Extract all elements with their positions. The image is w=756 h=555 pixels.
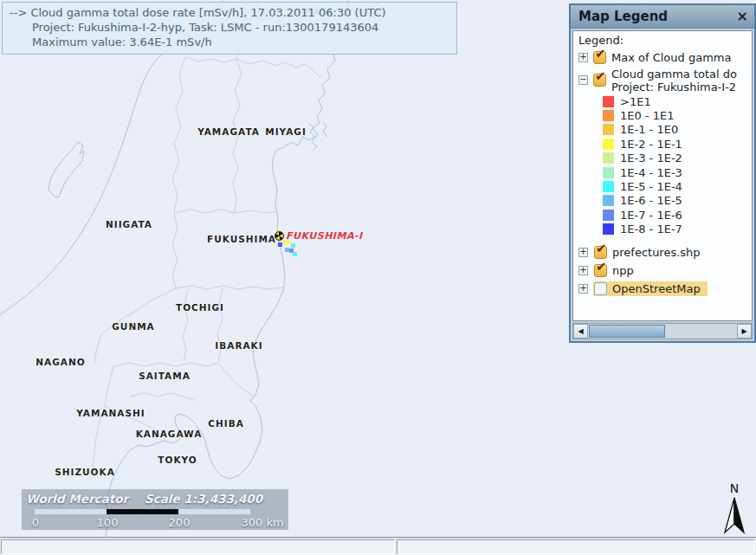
pref-label-fukushima: FUKUSHIMA [207, 234, 276, 244]
legend-color-swatch [603, 167, 614, 178]
layer-select-area: OpenStreetMap [593, 281, 708, 296]
projection-label: World Mercator [26, 492, 128, 506]
expand-icon[interactable]: + [578, 53, 588, 62]
layer-checkbox[interactable]: ✔ [593, 74, 606, 87]
legend-class-label: 1E-3 - 1E-2 [620, 152, 682, 165]
scale-ratio-label: Scale 1:3,433,400 [145, 492, 262, 506]
info-line-maximum: Maximum value: 3.64E-1 mSv/h [10, 35, 449, 49]
plume-cell [278, 242, 282, 247]
layer-sublabel: Project: Fukushima-I-2 [611, 81, 737, 94]
scale-bar-segment [107, 509, 178, 514]
pref-label-tokyo: TOKYO [158, 455, 197, 465]
compass-arrow-icon [720, 495, 748, 535]
info-line-project: Project: Fukushima-I-2-hyp, Task: LSMC -… [10, 20, 449, 35]
layer-label: OpenStreetMap [612, 282, 701, 295]
pref-label-shizuoka: SHIZUOKA [55, 467, 115, 477]
legend-color-swatch [603, 139, 614, 150]
npp-radiation-icon[interactable] [275, 231, 284, 241]
scrollbar-track[interactable] [588, 324, 737, 339]
scale-bar [35, 509, 250, 514]
layer-row-openstreetmap[interactable]: + OpenStreetMap [577, 281, 752, 298]
checkmark-icon: ✔ [596, 259, 607, 274]
layer-checkbox[interactable]: ✔ [593, 51, 606, 64]
pref-label-niigata: NIIGATA [106, 219, 152, 229]
status-panel-right [397, 539, 755, 554]
legend-class-row: 1E-3 - 1E-2 [577, 152, 752, 165]
layer-row-npp[interactable]: + ✔ npp [577, 262, 752, 280]
layer-select-area: ✔ npp [593, 263, 641, 278]
north-label: N [720, 481, 748, 495]
info-line-title: --> Cloud gamma total dose rate [mSv/h],… [10, 5, 449, 20]
collapse-icon[interactable]: − [578, 75, 588, 85]
scrollbar-thumb[interactable] [589, 325, 665, 338]
scale-overlay: World Mercator Scale 1:3,433,400 0 100 2… [22, 489, 288, 530]
north-arrow: N [720, 481, 748, 535]
layer-label-block: Cloud gamma total do Project: Fukushima-… [611, 68, 737, 94]
expand-icon[interactable]: + [578, 248, 588, 257]
legend-layer-list: Legend: + ✔ Max of Cloud gamma − ✔ Cloud… [572, 30, 753, 321]
legend-class-label: 1E-1 - 1E0 [620, 123, 678, 136]
pref-label-miyagi: MIYAGI [265, 126, 307, 137]
status-bar [0, 537, 756, 555]
result-info-box: --> Cloud gamma total dose rate [mSv/h],… [2, 2, 457, 55]
expand-icon[interactable]: + [578, 284, 588, 294]
legend-color-swatch [603, 124, 614, 135]
plume-cell [293, 252, 297, 256]
layer-checkbox[interactable] [594, 282, 607, 295]
layer-checkbox[interactable]: ✔ [594, 264, 607, 277]
legend-title: Map Legend [578, 9, 737, 24]
legend-class-label: >1E1 [620, 95, 651, 108]
map-legend-panel: Map Legend × Legend: + ✔ Max of Cloud ga… [569, 3, 756, 343]
legend-class-row: 1E-4 - 1E-3 [577, 165, 752, 179]
legend-class-label: 1E0 - 1E1 [620, 109, 674, 122]
legend-titlebar[interactable]: Map Legend × [571, 5, 754, 29]
scale-bar-segment [178, 509, 250, 514]
layer-label: Cloud gamma total do [611, 68, 737, 81]
scroll-right-icon[interactable]: ▶ [737, 324, 752, 339]
pref-label-gunma: GUNMA [112, 321, 155, 332]
scale-tick-200: 200 [169, 516, 191, 529]
scroll-left-icon[interactable]: ◀ [573, 324, 588, 339]
legend-color-swatch [603, 181, 614, 192]
legend-class-label: 1E-8 - 1E-7 [620, 223, 682, 236]
layer-checkbox[interactable]: ✔ [594, 246, 607, 259]
layer-label: Max of Cloud gamma [611, 51, 731, 64]
legend-class-label: 1E-4 - 1E-3 [620, 166, 682, 179]
legend-color-swatch [603, 152, 614, 164]
pref-label-nagano: NAGANO [36, 357, 85, 367]
legend-color-swatch [603, 195, 614, 206]
legend-class-label: 1E-2 - 1E-1 [620, 138, 682, 151]
legend-class-row: 1E-5 - 1E-4 [577, 179, 752, 193]
legend-class-row: 1E0 - 1E1 [577, 108, 752, 122]
expand-icon[interactable]: + [578, 266, 588, 275]
legend-color-swatch [603, 96, 614, 107]
layer-row-max-cloud-gamma[interactable]: + ✔ Max of Cloud gamma [577, 48, 752, 66]
scale-tick-100: 100 [97, 516, 119, 529]
legend-class-label: 1E-6 - 1E-5 [620, 194, 682, 207]
npp-site-label: FUKUSHIMA-I [286, 230, 363, 242]
close-icon[interactable]: × [737, 10, 748, 23]
legend-color-swatch [603, 223, 614, 235]
layer-select-area: ✔ prefectures.shp [593, 245, 708, 260]
checkmark-icon: ✔ [595, 46, 606, 61]
legend-class-label: 1E-5 - 1E-4 [620, 180, 682, 193]
pref-label-yamanashi: YAMANASHI [76, 408, 145, 418]
pref-label-kanagawa: KANAGAWA [136, 429, 203, 439]
layer-row-cloud-gamma-total[interactable]: − ✔ Cloud gamma total do Project: Fukush… [577, 66, 752, 94]
status-panel-left [1, 539, 395, 554]
pref-label-chiba: CHIBA [208, 418, 244, 429]
pref-label-yamagata: YAMAGATA [197, 126, 260, 137]
legend-color-swatch [603, 110, 614, 121]
layer-label: prefectures.shp [612, 246, 701, 259]
legend-color-swatch [603, 210, 614, 221]
legend-class-row: 1E-2 - 1E-1 [577, 137, 752, 151]
scale-tick-300: 300 km [241, 516, 283, 529]
legend-class-row: >1E1 [577, 94, 752, 108]
legend-horizontal-scrollbar[interactable]: ◀ ▶ [572, 323, 753, 339]
legend-class-row: 1E-6 - 1E-5 [577, 194, 752, 208]
legend-class-row: 1E-1 - 1E0 [577, 123, 752, 137]
checkmark-icon: ✔ [596, 241, 607, 256]
pref-label-ibaraki: IBARAKI [215, 340, 262, 351]
checkmark-icon: ✔ [595, 68, 606, 84]
scale-bar-segment [35, 509, 107, 514]
